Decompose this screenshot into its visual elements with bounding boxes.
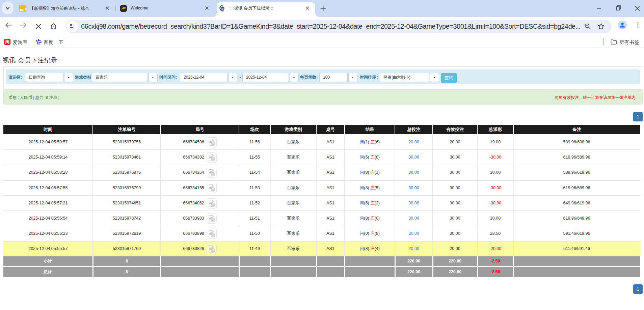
svg-text:du: du xyxy=(37,42,40,44)
